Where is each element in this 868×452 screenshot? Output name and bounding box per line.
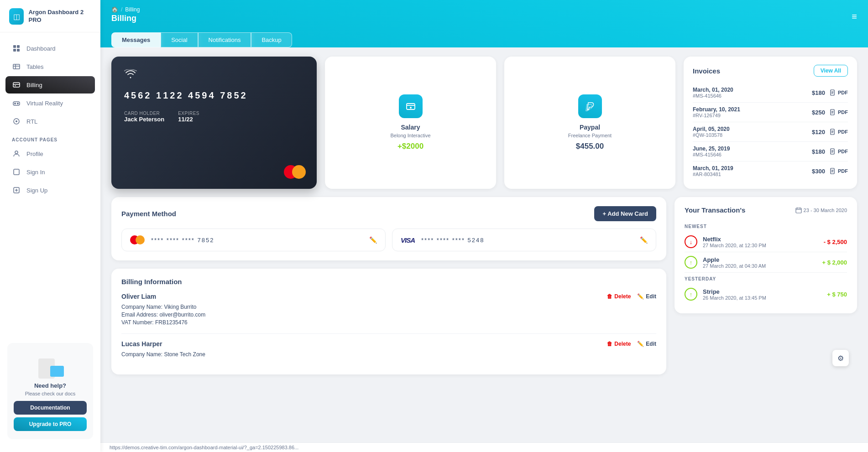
delete-button-0[interactable]: 🗑 Delete (607, 293, 631, 300)
sidebar-label-rtl: RTL (26, 118, 37, 125)
visa-edit-icon[interactable]: ✏️ (640, 236, 648, 244)
svg-rect-20 (407, 104, 415, 109)
edit-button-1[interactable]: ✏️ Edit (637, 341, 656, 347)
card-expires-value: 11/22 (178, 116, 199, 123)
sidebar-item-signin[interactable]: Sign In (5, 163, 95, 181)
edit-icon-0: ✏️ (637, 293, 644, 300)
add-card-button[interactable]: + Add New Card (594, 206, 656, 221)
view-all-button[interactable]: View All (814, 65, 848, 77)
sidebar-item-billing[interactable]: Billing (5, 76, 95, 94)
salary-icon (399, 94, 423, 118)
stripe-info: Stripe 26 March 2020, at 13:45 PM (703, 288, 821, 301)
netflix-amount: - $ 2,500 (824, 239, 847, 245)
invoices-title: Invoices (693, 67, 720, 75)
stripe-amount: + $ 750 (827, 291, 847, 298)
page-title: Billing (111, 14, 140, 23)
stripe-date: 26 March 2020, at 13:45 PM (703, 295, 821, 301)
tables-icon (12, 62, 21, 71)
edit-icon-1: ✏️ (637, 341, 644, 347)
apple-amount: + $ 2,000 (822, 259, 847, 266)
salary-card: Salary Belong Interactive +$2000 (325, 57, 496, 189)
help-icon-stack (37, 351, 64, 379)
netflix-txn-icon: ↓ (685, 235, 697, 248)
main-content: 🏠 / Billing Billing ≡ Messages Social No… (100, 0, 868, 452)
signin-icon (12, 167, 21, 177)
newest-label: NEWEST (685, 224, 847, 229)
billing-company-0: Company Name: Viking Burrito (121, 304, 656, 310)
sidebar-item-dashboard[interactable]: Dashboard (5, 40, 95, 57)
mastercard-logo-small (130, 235, 145, 244)
invoice-info-2: April, 05, 2020 #QW-103578 (693, 126, 730, 138)
hamburger-icon[interactable]: ≡ (852, 11, 857, 22)
invoice-pdf-1[interactable]: PDF (830, 109, 848, 115)
mastercard-edit-icon[interactable]: ✏️ (369, 236, 377, 244)
billing-info-title: Billing Information (121, 278, 656, 286)
svg-point-12 (17, 103, 19, 104)
transaction-apple: ↑ Apple 27 March 2020, at 04:30 AM + $ 2… (685, 252, 847, 273)
gear-fab-button[interactable]: ⚙ (832, 350, 849, 366)
tab-social[interactable]: Social (161, 32, 198, 47)
upgrade-button[interactable]: Upgrade to PRO (14, 417, 87, 431)
billing-icon (12, 80, 21, 89)
billing-info-card: Billing Information Oliver Liam 🗑 Delete (111, 269, 666, 374)
mastercard-logo (284, 165, 306, 179)
help-illustration (37, 351, 64, 379)
invoices-list: March, 01, 2020 #MS-415646 $180 PDF (693, 83, 848, 181)
paypal-icon (578, 94, 602, 118)
stripe-name: Stripe (703, 288, 821, 295)
tab-messages[interactable]: Messages (111, 32, 161, 47)
invoice-row-0: March, 01, 2020 #MS-415646 $180 PDF (693, 83, 848, 103)
edit-button-0[interactable]: ✏️ Edit (637, 293, 656, 300)
invoice-right-0: $180 PDF (812, 89, 848, 96)
statusbar: https://demos.creative-tim.com/argon-das… (100, 442, 868, 452)
trash-icon-0: 🗑 (607, 293, 612, 300)
tab-backup[interactable]: Backup (251, 32, 292, 47)
visa-number: **** **** **** 5248 (421, 237, 633, 244)
transactions-date-range: 23 - 30 March 2020 (804, 208, 847, 213)
invoice-pdf-0[interactable]: PDF (830, 89, 848, 96)
sidebar-item-tables[interactable]: Tables (5, 58, 95, 75)
invoices-card: Invoices View All March, 01, 2020 #MS-41… (684, 57, 857, 189)
tab-notifications[interactable]: Notifications (198, 32, 251, 47)
invoice-pdf-3[interactable]: PDF (830, 148, 848, 155)
invoice-date-1: February, 10, 2021 (693, 106, 740, 113)
card-expires: Expires 11/22 (178, 111, 199, 123)
invoice-pdf-2[interactable]: PDF (830, 129, 848, 135)
breadcrumb-page: Billing (125, 6, 140, 13)
invoice-date-0: March, 01, 2020 (693, 87, 733, 93)
billing-actions-0: 🗑 Delete ✏️ Edit (607, 293, 656, 300)
breadcrumb-separator: / (121, 6, 122, 13)
delete-button-1[interactable]: 🗑 Delete (607, 341, 631, 347)
apple-name: Apple (703, 256, 816, 263)
sidebar-brand: ◫ Argon Dashboard 2 PRO (0, 0, 100, 32)
sidebar-label-billing: Billing (26, 82, 42, 88)
card-wifi-icon (124, 69, 304, 81)
sidebar-label-profile: Profile (26, 151, 43, 157)
transactions-title: Your Transaction's (685, 206, 745, 214)
sidebar-item-profile[interactable]: Profile (5, 145, 95, 162)
invoice-amount-4: $300 (812, 168, 825, 175)
tabs-row: Messages Social Notifications Backup (111, 27, 857, 47)
paypal-title: Paypal (580, 124, 600, 131)
invoice-pdf-4[interactable]: PDF (830, 168, 848, 174)
docs-button[interactable]: Documentation (14, 401, 87, 415)
sidebar-label-tables: Tables (26, 63, 44, 70)
billing-person-name-0: Oliver Liam (121, 293, 156, 300)
invoice-date-2: April, 05, 2020 (693, 126, 730, 132)
top-row: 4562 1122 4594 7852 Card Holder Jack Pet… (111, 57, 857, 189)
apple-info: Apple 27 March 2020, at 04:30 AM (703, 256, 816, 269)
invoice-info-4: March, 01, 2019 #AR-803481 (693, 165, 733, 177)
signup-icon (12, 186, 21, 195)
sidebar-item-vr[interactable]: Virtual Reality (5, 94, 95, 112)
sidebar-item-signup[interactable]: Sign Up (5, 182, 95, 199)
transactions-wrapper: Your Transaction's 23 - 30 March 2020 NE… (675, 197, 857, 374)
dashboard-icon (12, 44, 21, 53)
breadcrumb-area: 🏠 / Billing Billing (111, 6, 140, 27)
sidebar-item-rtl[interactable]: RTL (5, 113, 95, 130)
yesterday-label: YESTERDAY (685, 276, 847, 281)
invoice-id-3: #MS-415646 (693, 152, 730, 157)
invoice-amount-1: $250 (812, 109, 825, 116)
apple-date: 27 March 2020, at 04:30 AM (703, 263, 816, 269)
salary-title: Salary (401, 124, 420, 131)
salary-value: +$2000 (397, 142, 424, 151)
